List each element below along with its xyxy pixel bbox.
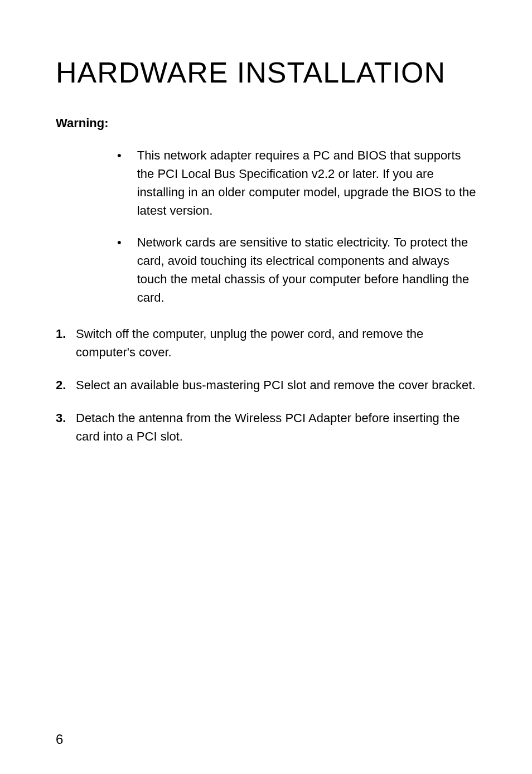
step-number: 3. — [56, 409, 76, 446]
list-item: 1. Switch off the computer, unplug the p… — [56, 325, 476, 361]
step-number: 2. — [56, 376, 76, 394]
warning-bullet-list: • This network adapter requires a PC and… — [117, 146, 476, 307]
list-item: 3. Detach the antenna from the Wireless … — [56, 409, 476, 446]
step-text: Select an available bus-mastering PCI sl… — [76, 376, 476, 394]
list-item: • This network adapter requires a PC and… — [117, 146, 476, 220]
step-number: 1. — [56, 325, 76, 361]
bullet-icon: • — [117, 233, 122, 307]
warning-label: Warning: — [56, 116, 476, 130]
page-title: HARDWARE INSTALLATION — [56, 56, 476, 89]
list-item: • Network cards are sensitive to static … — [117, 233, 476, 307]
bullet-icon: • — [117, 146, 122, 220]
numbered-steps-list: 1. Switch off the computer, unplug the p… — [56, 325, 476, 446]
page-number: 6 — [56, 732, 63, 747]
step-text: Detach the antenna from the Wireless PCI… — [76, 409, 476, 446]
bullet-text: Network cards are sensitive to static el… — [137, 233, 476, 307]
bullet-text: This network adapter requires a PC and B… — [137, 146, 476, 220]
list-item: 2. Select an available bus-mastering PCI… — [56, 376, 476, 394]
step-text: Switch off the computer, unplug the powe… — [76, 325, 476, 361]
